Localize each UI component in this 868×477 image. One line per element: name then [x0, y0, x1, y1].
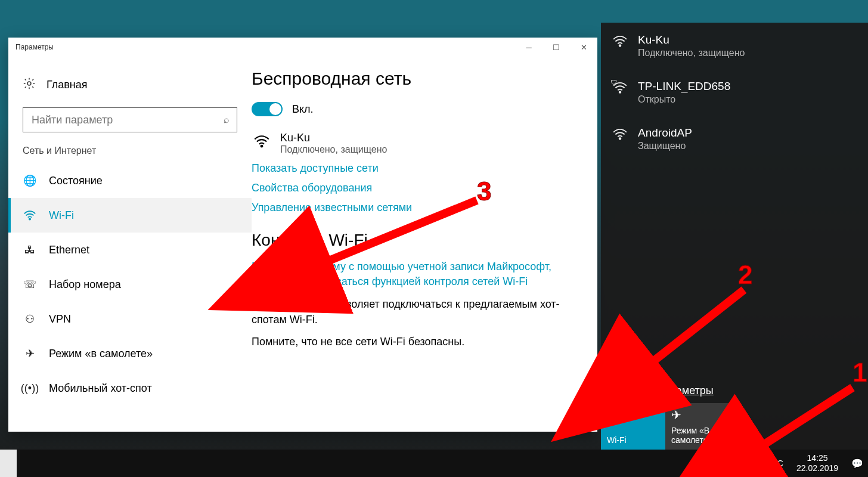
wifi-sense-desc: Контроль Wi-Fi позволяет подключаться к …: [252, 296, 575, 327]
annotation-1: 1: [852, 358, 867, 388]
network-status: Подключено, защищено: [280, 144, 387, 155]
toggle-label: Вкл.: [292, 103, 314, 116]
nav-status[interactable]: 🌐 Состояние: [8, 163, 252, 198]
airplane-icon: ✈: [23, 347, 37, 360]
wifi-tray-icon[interactable]: [727, 457, 738, 470]
wifi-icon: [23, 209, 37, 222]
page-title: Беспроводная сеть: [252, 69, 575, 89]
category-label: Сеть и Интернет: [8, 145, 252, 163]
settings-content: Беспроводная сеть Вкл. Ku-Ku Подключено,…: [252, 57, 597, 432]
network-status: Подключено, защищено: [638, 48, 745, 58]
manage-known-networks-link[interactable]: Управление известными сетями: [252, 202, 575, 214]
nav-label: VPN: [49, 313, 71, 326]
nav-dialup[interactable]: ☏ Набор номера: [8, 267, 252, 302]
svg-point-4: [619, 91, 621, 93]
hardware-properties-link[interactable]: Свойства оборудования: [252, 182, 575, 194]
svg-point-5: [619, 138, 621, 140]
wifi-sense-warning: Помните, что не все сети Wi-Fi безопасны…: [252, 334, 575, 349]
window-controls: ─ ☐ ✕: [515, 38, 597, 57]
wifi-icon: [252, 132, 272, 155]
quick-action-airplane[interactable]: ✈ Режим «В самолете»: [665, 403, 730, 450]
language-indicator[interactable]: РУС: [767, 459, 783, 468]
titlebar[interactable]: Параметры ─ ☐ ✕: [8, 38, 597, 57]
nav-label: Режим «в самолете»: [49, 348, 153, 360]
nav-wifi[interactable]: Wi-Fi: [8, 198, 252, 233]
network-flyout: Ku-Ku Подключено, защищено 🛡 TP-LINK_EDD…: [601, 23, 868, 450]
flyout-network-item[interactable]: 🛡 TP-LINK_EDD658 Открыто: [601, 69, 868, 116]
search-input[interactable]: [30, 113, 224, 127]
wifi-icon: [612, 126, 628, 151]
search-box[interactable]: ⌕: [23, 107, 237, 132]
flyout-network-item[interactable]: Ku-Ku Подключено, защищено: [601, 23, 868, 69]
wifi-toggle[interactable]: [252, 102, 283, 116]
flyout-network-item[interactable]: AndroidAP Защищено: [601, 116, 868, 162]
ethernet-icon: 🖧: [23, 244, 37, 256]
network-name: Ku-Ku: [638, 33, 745, 47]
shield-icon: 🛡: [610, 79, 617, 86]
search-icon: ⌕: [224, 114, 230, 125]
svg-point-3: [619, 45, 621, 47]
quick-action-label: Wi-Fi: [607, 435, 659, 445]
globe-icon: 🌐: [23, 174, 37, 187]
network-status: Защищено: [638, 141, 692, 151]
nav-airplane[interactable]: ✈ Режим «в самолете»: [8, 336, 252, 371]
quick-action-wifi[interactable]: Wi-Fi: [601, 403, 665, 450]
wifi-open-icon: 🛡: [612, 80, 628, 105]
date: 22.02.2019: [796, 463, 838, 473]
annotation-3: 3: [477, 176, 491, 206]
network-name: Ku-Ku: [280, 132, 387, 144]
network-settings-link[interactable]: Сетевые параметры: [612, 385, 714, 397]
close-button[interactable]: ✕: [570, 38, 597, 57]
minimize-button[interactable]: ─: [515, 38, 542, 57]
home-label: Главная: [46, 79, 88, 91]
wifi-icon: [612, 33, 628, 58]
window-title: Параметры: [16, 43, 54, 51]
svg-point-0: [27, 82, 31, 85]
dialup-icon: ☏: [23, 278, 37, 291]
nav-label: Состояние: [49, 175, 103, 187]
network-name: TP-LINK_EDD658: [638, 80, 730, 93]
hotspot-icon: ((•)): [23, 382, 37, 395]
quick-action-label: Режим «В самолете»: [671, 426, 724, 445]
nav-hotspot[interactable]: ((•)) Мобильный хот-спот: [8, 371, 252, 405]
taskbar[interactable]: ︿ 🔋 🔊 РУС 14:25 22.02.2019 💬: [0, 450, 868, 477]
nav-label: Ethernet: [49, 244, 89, 256]
maximize-button[interactable]: ☐: [542, 38, 570, 57]
connected-network: Ku-Ku Подключено, защищено: [252, 132, 575, 155]
quick-actions: Wi-Fi ✈ Режим «В самолете»: [601, 403, 868, 450]
nav-label: Набор номера: [49, 278, 121, 291]
show-available-networks-link[interactable]: Показать доступные сети: [252, 162, 575, 175]
ms-signin-link[interactable]: Войдите в систему с помощью учетной запи…: [252, 259, 575, 289]
nav-label: Мобильный хот-спот: [49, 382, 152, 395]
clock[interactable]: 14:25 22.02.2019: [792, 453, 843, 473]
svg-point-7: [732, 464, 733, 466]
svg-point-1: [29, 218, 30, 219]
nav-label: Wi-Fi: [49, 209, 74, 222]
gear-icon: [23, 77, 36, 93]
wifi-icon: [607, 408, 659, 424]
battery-icon[interactable]: 🔋: [707, 458, 719, 469]
tray-chevron-up-icon[interactable]: ︿: [689, 457, 699, 470]
airplane-icon: ✈: [671, 408, 724, 422]
volume-icon[interactable]: 🔊: [746, 458, 758, 469]
network-settings-link-row: Сетевые параметры: [601, 385, 868, 403]
task-view-preview[interactable]: [0, 450, 17, 477]
time: 14:25: [796, 453, 838, 463]
network-status: Открыто: [638, 94, 730, 105]
annotation-2: 2: [738, 260, 752, 290]
settings-sidebar: Главная ⌕ Сеть и Интернет 🌐 Состояние Wi…: [8, 57, 252, 432]
wifi-sense-heading: Контроль Wi-Fi: [252, 231, 575, 250]
svg-point-2: [261, 145, 263, 147]
svg-point-6: [613, 417, 614, 419]
action-center-icon[interactable]: 💬: [851, 458, 863, 469]
vpn-icon: ⚇: [23, 312, 37, 326]
nav-ethernet[interactable]: 🖧 Ethernet: [8, 233, 252, 267]
settings-window: Параметры ─ ☐ ✕ Главная ⌕ Сеть и Интерне…: [8, 38, 597, 432]
home-button[interactable]: Главная: [8, 71, 252, 104]
nav-vpn[interactable]: ⚇ VPN: [8, 302, 252, 336]
network-name: AndroidAP: [638, 126, 692, 140]
